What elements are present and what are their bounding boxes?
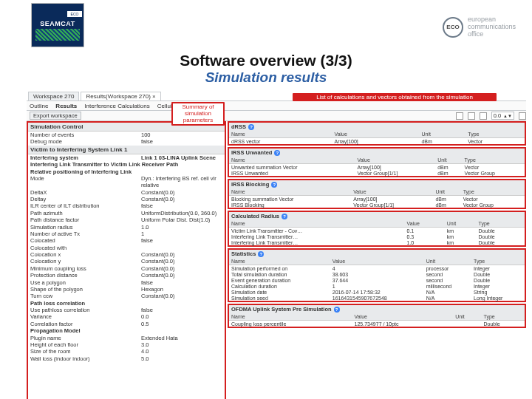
table-row[interactable]: Unwanted summation VectorArray[100]dBmVe… [229,164,525,171]
toolbar-icon-4[interactable] [519,112,526,120]
callout-list: List of calculations and vectors obtaine… [293,93,497,101]
panel-statistics: Statistics? NameValueUnitType Simulation… [228,248,526,302]
tab-results-workspace[interactable]: Results(Workspace 270) × [81,92,160,100]
sub-tabs: Outline Results Interference Calculation… [27,100,526,111]
toolbar-icon-2[interactable] [468,112,475,120]
section-victim-link: Victim to Interfering System Link 1 [28,146,225,154]
help-icon[interactable]: ? [258,251,264,257]
toolbar-icon-1[interactable] [456,112,463,120]
help-icon[interactable]: ? [271,182,277,188]
seamcat-graphic [35,29,80,41]
subtab-interference[interactable]: Interference Calculations [84,103,150,109]
page-title: Software overview (3/3) [0,52,532,69]
table-row[interactable]: Calculation duration1millisecondInteger [229,283,525,289]
results-panels: dRSS? NameValueUnitType dRSS vectorArray… [226,121,526,399]
table-row[interactable]: dRSS vectorArray[100]dBmVector [229,138,525,145]
spinner-arrows-icon[interactable]: ▲▼ [503,114,512,118]
table-row[interactable]: Interfering Link Transmitter…0.3kmDouble [229,233,525,239]
tab-workspace[interactable]: Workspace 270 [28,92,79,100]
callout-summary: Summary of simulation parameters [171,102,225,126]
table-row[interactable]: Coupling loss percentile125.734977 / 10p… [229,321,525,327]
help-icon[interactable]: ? [248,124,254,130]
subtab-results[interactable]: Results [55,103,77,109]
eco-subtext: european communications office [468,16,516,38]
panel-calculated-radius: Calculated Radius? NameValueUnitType Vic… [228,211,526,247]
table-row[interactable]: IRSS UnwantedVector Group[1/1]dBmVector … [229,170,525,176]
panel-irss-blocking: IRSS Blocking? NameValueUnitType Blockin… [228,179,526,209]
table-row[interactable]: Interfering Link Transmitter…1.0kmDouble [229,239,525,245]
page-subtitle: Simulation results [0,69,532,86]
table-row[interactable]: Simulation performed on4processorInteger [229,265,525,272]
export-workspace-button[interactable]: Export workspace [30,112,81,120]
subtab-outline[interactable]: Outline [30,103,48,109]
table-row[interactable]: Blocking summation VectorArray[100]dBmVe… [229,196,525,202]
table-row[interactable]: Event generation duration37.644secondDou… [229,277,525,283]
panel-irss-unwanted: IRSS Unwanted? NameValueUnitType Unwante… [228,147,526,177]
panel-drss: dRSS? NameValueUnitType dRSS vectorArray… [228,121,526,146]
value-spinner[interactable]: 0.0▲▼ [491,112,514,120]
table-row[interactable]: Victim Link Transmitter - Cov…0.1kmDoubl… [229,228,525,234]
app-window: Workspace 270 Results(Workspace 270) × O… [27,90,526,399]
toolbar: Export workspace 0.0▲▼ [27,111,526,121]
table-row[interactable]: Simulation seed1616431545907672548N/ALon… [229,295,525,301]
help-icon[interactable]: ? [274,150,280,156]
seamcat-name: SEAMCAT [40,20,75,27]
toolbar-icon-3[interactable] [480,112,487,120]
seamcat-logo: ECO SEAMCAT [31,3,84,47]
seamcat-eco-tag: ECO [67,11,82,17]
table-row[interactable]: Simulation date2016-07-14 17:58:32N/AStr… [229,289,525,295]
panel-ofdma: OFDMA Uplink System Pre Simulation? Name… [228,304,526,328]
help-icon[interactable]: ? [334,307,340,313]
table-row[interactable]: IRSS BlockingVector Group[1/1]dBmVector … [229,202,525,208]
eco-logo: ECO european communications office [443,16,516,38]
simulation-parameters-panel: Simulation Control Number of events100 D… [27,121,226,399]
table-row[interactable]: Total simulation duration38.603secondDou… [229,271,525,277]
help-icon[interactable]: ? [282,214,287,219]
eco-circle-icon: ECO [443,17,463,38]
